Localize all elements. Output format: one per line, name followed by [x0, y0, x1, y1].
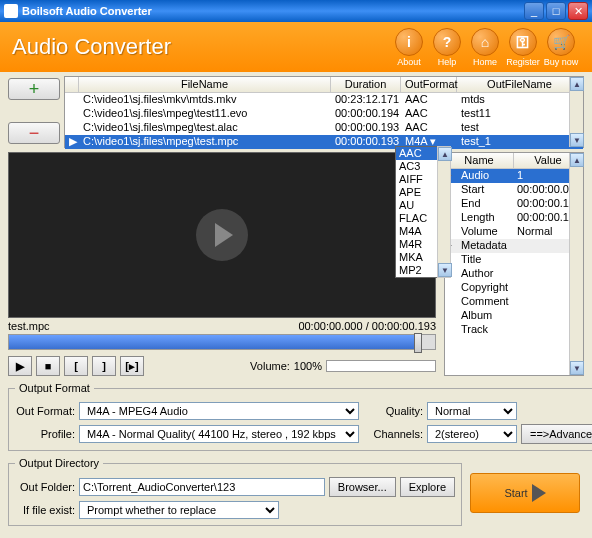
nav-buy-now[interactable]: 🛒Buy now — [542, 28, 580, 67]
dropdown-item[interactable]: APE — [396, 186, 437, 199]
col-duration[interactable]: Duration — [331, 77, 401, 92]
dropdown-item[interactable]: MKA — [396, 251, 437, 264]
stop-button[interactable]: ■ — [36, 356, 60, 376]
prop-row[interactable]: Title — [445, 253, 583, 267]
nav-about[interactable]: iAbout — [390, 28, 428, 67]
volume-bar[interactable] — [326, 360, 436, 372]
scroll-down-icon[interactable]: ▼ — [570, 133, 584, 147]
window-title: Boilsoft Audio Converter — [22, 5, 522, 17]
dropdown-item[interactable]: FLAC — [396, 212, 437, 225]
dropdown-item[interactable]: AC3 — [396, 160, 437, 173]
quality-select[interactable]: Normal — [427, 402, 517, 420]
advance-button[interactable]: ==>Advance — [521, 424, 592, 444]
start-button[interactable]: Start — [470, 473, 580, 513]
remove-file-button[interactable]: − — [8, 122, 60, 144]
dropdown-scrollbar[interactable]: ▲ ▼ — [437, 146, 451, 278]
prop-category[interactable]: −Metadata — [445, 239, 583, 253]
nav-home[interactable]: ⌂Home — [466, 28, 504, 67]
col-filename[interactable]: FileName — [79, 77, 331, 92]
table-row[interactable]: C:\video1\sj.files\mpeg\test11.evo00:00:… — [65, 107, 583, 121]
preview-filename: test.mpc — [8, 320, 50, 332]
channels-select[interactable]: 2(stereo) — [427, 425, 517, 443]
prop-row[interactable]: −Audio1 — [445, 169, 583, 183]
maximize-button[interactable]: □ — [546, 2, 566, 20]
mark-in-button[interactable]: [ — [64, 356, 88, 376]
volume-label: Volume: — [250, 360, 290, 372]
dropdown-item[interactable]: AIFF — [396, 173, 437, 186]
scroll-down-icon[interactable]: ▼ — [438, 263, 452, 277]
file-exist-select[interactable]: Prompt whether to replace — [79, 501, 279, 519]
scroll-up-icon[interactable]: ▲ — [570, 77, 584, 91]
dropdown-item[interactable]: M4A — [396, 225, 437, 238]
col-outformat[interactable]: OutFormat — [401, 77, 457, 92]
play-icon — [532, 484, 546, 502]
prop-row[interactable]: Track — [445, 323, 583, 337]
app-title: Audio Converter — [12, 34, 390, 60]
add-file-button[interactable]: + — [8, 78, 60, 100]
app-icon — [4, 4, 18, 18]
dropdown-item[interactable]: AU — [396, 199, 437, 212]
prop-row[interactable]: Length00:00:00.193 — [445, 211, 583, 225]
titlebar: Boilsoft Audio Converter _ □ ✕ — [0, 0, 592, 22]
preview-time: 00:00:00.000 / 00:00:00.193 — [298, 320, 436, 332]
app-header: Audio Converter iAbout?Help⌂Home⚿Registe… — [0, 22, 592, 72]
volume-value: 100% — [294, 360, 322, 372]
table-row[interactable]: C:\video1\sj.files\mpeg\test.alac00:00:0… — [65, 121, 583, 135]
prop-row[interactable]: Author — [445, 267, 583, 281]
props-scrollbar[interactable]: ▲ ▼ — [569, 153, 583, 375]
file-table: FileName Duration OutFormat OutFileName … — [64, 76, 584, 148]
nav-register[interactable]: ⚿Register — [504, 28, 542, 67]
table-row[interactable]: ▶C:\video1\sj.files\mpeg\test.mpc00:00:0… — [65, 135, 583, 149]
scroll-up-icon[interactable]: ▲ — [438, 147, 452, 161]
mark-out-button[interactable]: ] — [92, 356, 116, 376]
close-button[interactable]: ✕ — [568, 2, 588, 20]
seek-slider[interactable] — [8, 334, 436, 350]
explore-button[interactable]: Explore — [400, 477, 455, 497]
prop-row[interactable]: Start00:00:00.000 — [445, 183, 583, 197]
scroll-up-icon[interactable]: ▲ — [570, 153, 584, 167]
nav-help[interactable]: ?Help — [428, 28, 466, 67]
browse-button[interactable]: Browser... — [329, 477, 396, 497]
col-outfilename[interactable]: OutFileName — [457, 77, 583, 92]
range-button[interactable]: [▸] — [120, 356, 144, 376]
prop-row[interactable]: End00:00:00.193 — [445, 197, 583, 211]
prop-row[interactable]: Copyright — [445, 281, 583, 295]
output-format-group: Output Format Out Format: M4A - MPEG4 Au… — [8, 382, 592, 451]
minimize-button[interactable]: _ — [524, 2, 544, 20]
play-overlay-icon[interactable] — [196, 209, 248, 261]
col-prop-name[interactable]: Name — [445, 153, 514, 168]
output-directory-group: Output Directory Out Folder: Browser... … — [8, 457, 462, 526]
prop-row[interactable]: Comment — [445, 295, 583, 309]
properties-panel: Name Value −Audio1Start00:00:00.000End00… — [444, 152, 584, 376]
dropdown-item[interactable]: AAC — [396, 147, 437, 160]
profile-select[interactable]: M4A - Normal Quality( 44100 Hz, stereo ,… — [79, 425, 359, 443]
dropdown-item[interactable]: MP2 — [396, 264, 437, 277]
format-dropdown[interactable]: AACAC3AIFFAPEAUFLACM4AM4RMKAMP2 ▲ ▼ — [395, 146, 438, 278]
prop-row[interactable]: VolumeNormal — [445, 225, 583, 239]
out-format-select[interactable]: M4A - MPEG4 Audio — [79, 402, 359, 420]
preview-pane — [8, 152, 436, 318]
prop-row[interactable]: Album — [445, 309, 583, 323]
table-row[interactable]: C:\video1\sj.files\mkv\mtds.mkv00:23:12.… — [65, 93, 583, 107]
dropdown-item[interactable]: M4R — [396, 238, 437, 251]
play-button[interactable]: ▶ — [8, 356, 32, 376]
table-scrollbar[interactable]: ▲ ▼ — [569, 77, 583, 147]
scroll-down-icon[interactable]: ▼ — [570, 361, 584, 375]
out-folder-input[interactable] — [79, 478, 325, 496]
